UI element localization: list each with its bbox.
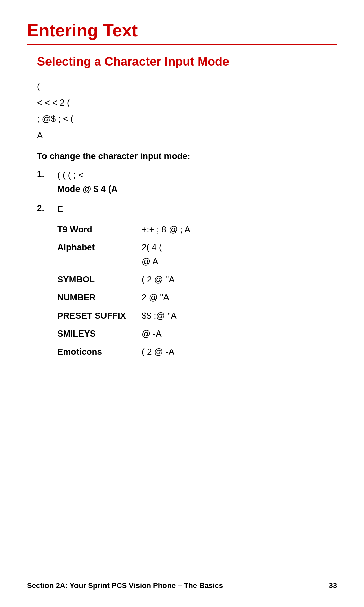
step-2-number: 2. xyxy=(37,202,57,213)
section-title: Selecting a Character Input Mode xyxy=(27,55,337,69)
intro-line-4: A xyxy=(37,128,337,143)
mode-row-symbol: SYMBOL ( 2 @ "A xyxy=(57,272,337,287)
mode-row-alphabet: Alphabet 2( 4 ( @ A xyxy=(57,240,337,268)
step-1-line1: ( ( ( ; < xyxy=(57,170,83,180)
steps-container: 1. ( ( ( ; < Mode @ $ 4 (A 2. E T9 xyxy=(37,168,337,359)
page-container: Entering Text Selecting a Character Inpu… xyxy=(0,0,364,607)
mode-desc-alphabet: 2( 4 ( @ A xyxy=(142,240,337,268)
mode-desc-alphabet-line1: 2( 4 ( xyxy=(142,242,162,252)
mode-name-symbol: SYMBOL xyxy=(57,272,142,287)
mode-name-alphabet: Alphabet xyxy=(57,240,142,255)
mode-desc-emoticons: ( 2 @ -A xyxy=(142,345,337,359)
mode-name-smileys: SMILEYS xyxy=(57,327,142,341)
intro-line-2: < < < 2 ( xyxy=(37,95,337,110)
step-1-content: ( ( ( ; < Mode @ $ 4 (A xyxy=(57,168,337,196)
step-2-content: E xyxy=(57,202,337,216)
mode-name-t9word: T9 Word xyxy=(57,223,142,237)
footer: Section 2A: Your Sprint PCS Vision Phone… xyxy=(27,576,337,590)
mode-desc-alphabet-line2: @ A xyxy=(142,255,337,269)
mode-name-emoticons: Emoticons xyxy=(57,345,142,359)
mode-desc-t9word: +:+ ; 8 @ ; A xyxy=(142,223,337,237)
mode-desc-smileys: @ -A xyxy=(142,327,337,341)
mode-name-number: NUMBER xyxy=(57,291,142,305)
mode-desc-number: 2 @ "A xyxy=(142,291,337,305)
mode-desc-preset-suffix: $$ ;@ "A xyxy=(142,309,337,323)
mode-row-emoticons: Emoticons ( 2 @ -A xyxy=(57,345,337,359)
step-2: 2. E xyxy=(37,202,337,216)
step-1-number: 1. xyxy=(37,168,57,179)
mode-desc-symbol: ( 2 @ "A xyxy=(142,272,337,287)
page-title: Entering Text xyxy=(27,20,337,40)
footer-right: 33 xyxy=(329,581,337,590)
step-1-line2: Mode @ $ 4 (A xyxy=(57,184,117,194)
intro-line-3: ; @$ ; < ( xyxy=(37,111,337,126)
title-divider xyxy=(27,44,337,45)
mode-row-preset-suffix: PRESET SUFFIX $$ ;@ "A xyxy=(57,309,337,323)
to-change-label: To change the character input mode: xyxy=(37,151,337,162)
step-1: 1. ( ( ( ; < Mode @ $ 4 (A xyxy=(37,168,337,196)
step-2-line1: E xyxy=(57,204,63,214)
intro-text-block: ( < < < 2 ( ; @$ ; < ( A xyxy=(37,79,337,143)
mode-row-number: NUMBER 2 @ "A xyxy=(57,291,337,305)
mode-row-t9word: T9 Word +:+ ; 8 @ ; A xyxy=(57,223,337,237)
intro-line-1: ( xyxy=(37,79,337,94)
footer-left: Section 2A: Your Sprint PCS Vision Phone… xyxy=(27,581,223,590)
mode-row-smileys: SMILEYS @ -A xyxy=(57,327,337,341)
mode-desc-t9word-line1: +:+ ; 8 @ ; A xyxy=(142,224,190,234)
mode-table: T9 Word +:+ ; 8 @ ; A Alphabet 2( 4 ( @ … xyxy=(57,223,337,359)
mode-name-preset-suffix: PRESET SUFFIX xyxy=(57,309,142,323)
